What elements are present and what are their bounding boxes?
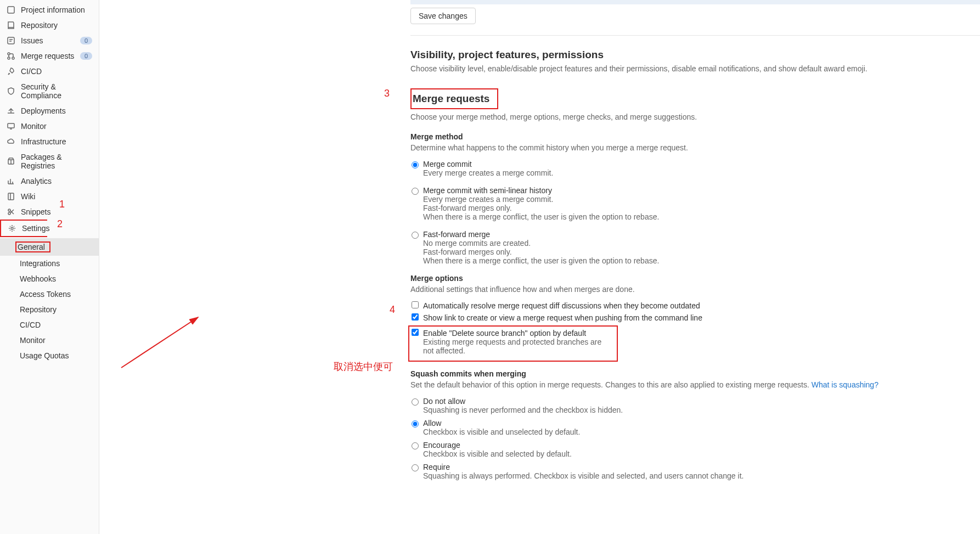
chart-icon [7,177,15,186]
squash-desc-text: Set the default behavior of this option … [410,380,812,389]
option-label: Merge commit with semi-linear history [423,186,659,195]
merge-option-row[interactable]: Automatically resolve merge request diff… [412,301,980,310]
squash-option[interactable]: RequireSquashing is always performed. Ch… [410,463,980,480]
annotation-text: 取消选中便可 [334,360,393,373]
squash-option[interactable]: Do not allowSquashing is never performed… [410,397,980,414]
merge-option-row[interactable]: Enable "Delete source branch" option by … [412,329,612,355]
radio-semi-linear[interactable] [412,188,419,195]
sidebar-sub-general[interactable]: General [0,238,99,256]
option-label: Show link to create or view a merge requ… [423,313,702,322]
sidebar-item-deployments[interactable]: Deployments [0,103,99,119]
info-icon [7,5,15,14]
sidebar-item-analytics[interactable]: Analytics [0,173,99,189]
radio-merge-commit[interactable] [412,161,419,168]
what-is-squashing-link[interactable]: What is squashing? [812,380,878,389]
sidebar-item-settings[interactable]: Settings [0,220,47,237]
deploy-icon [7,106,15,115]
sidebar-item-snippets[interactable]: Snippets [0,204,99,220]
merge-options-title: Merge options [410,274,980,283]
sidebar-sub-monitor[interactable]: Monitor [0,333,99,348]
annotation-arrow [116,307,204,373]
merge-method-option[interactable]: Merge commit with semi-linear historyEve… [410,186,980,221]
sidebar-item-label: Project information [21,5,92,14]
option-label: Require [423,463,744,471]
rocket-icon [7,67,15,76]
svg-rect-1 [8,37,14,44]
sidebar-item-label: Merge requests [21,52,75,60]
svg-point-10 [11,227,13,229]
merge-requests-title: Merge requests [413,93,489,104]
badge: 0 [80,52,92,60]
annotation-2: 2 [57,218,63,230]
sidebar-item-label: Infrastructure [21,137,92,146]
save-button[interactable]: Save changes [410,8,476,24]
radio-require[interactable] [412,464,419,471]
svg-point-8 [8,209,10,211]
sidebar-item-wiki[interactable]: Wiki [0,189,99,204]
radio-do-not-allow[interactable] [412,398,419,406]
annotation-4: 4 [390,304,395,316]
option-sub: Every merge creates a merge commit. [423,168,553,177]
option-sub: No merge commits are created. [423,239,659,248]
option-label: Merge commit [423,160,553,168]
annotation-3: 3 [384,88,390,99]
sidebar-item-label: Deployments [21,106,92,115]
sidebar-sub-label: CI/CD [20,321,41,329]
svg-rect-0 [8,7,14,13]
scissors-icon [7,207,15,216]
sidebar-item-security[interactable]: Security & Compliance [0,79,99,103]
merge-requests-desc: Choose your merge method, merge options,… [410,113,980,121]
sidebar-sub-usage-quotas[interactable]: Usage Quotas [0,348,99,363]
sidebar-item-label: Analytics [21,177,92,186]
sidebar-sub-label: Access Tokens [20,290,71,299]
sidebar: Project information Repository Issues0 M… [0,0,99,534]
sidebar-item-cicd[interactable]: CI/CD [0,64,99,79]
option-sub: Checkbox is visible and selected by defa… [423,449,572,458]
svg-line-11 [121,317,198,368]
sidebar-item-label: Repository [21,21,92,30]
squash-option[interactable]: EncourageCheckbox is visible and selecte… [410,441,980,458]
sidebar-item-monitor[interactable]: Monitor [0,119,99,134]
option-sub: When there is a merge conflict, the user… [423,212,659,221]
book-icon [7,192,15,201]
sidebar-item-infrastructure[interactable]: Infrastructure [0,134,99,149]
shield-icon [7,87,15,95]
checkbox-delete-source-branch[interactable] [412,329,419,336]
visibility-title: Visibility, project features, permission… [410,49,980,61]
sidebar-sub-access-tokens[interactable]: Access Tokens [0,286,99,302]
squash-option[interactable]: AllowCheckbox is visible and unselected … [410,419,980,436]
svg-rect-5 [8,123,14,128]
cloud-icon [7,137,15,146]
merge-method-option[interactable]: Fast-forward mergeNo merge commits are c… [410,230,980,265]
radio-allow[interactable] [412,420,419,428]
repo-icon [7,21,15,30]
issues-icon [7,36,15,45]
sidebar-item-project-information[interactable]: Project information [0,2,99,18]
sidebar-sub-webhooks[interactable]: Webhooks [0,271,99,286]
merge-method-desc: Determine what happens to the commit his… [410,143,980,152]
checkbox-auto-resolve[interactable] [412,301,419,308]
radio-encourage[interactable] [412,442,419,449]
sidebar-item-label: Snippets [21,207,92,216]
sidebar-item-merge-requests[interactable]: Merge requests0 [0,48,99,64]
svg-point-9 [8,212,10,215]
badge: 0 [80,37,92,44]
sidebar-sub-integrations[interactable]: Integrations [0,256,99,271]
sidebar-sub-repository[interactable]: Repository [0,302,99,317]
sidebar-item-repository[interactable]: Repository [0,18,99,33]
sidebar-sub-label: Repository [20,305,57,314]
sidebar-item-label: Issues [21,36,75,45]
sidebar-item-packages[interactable]: Packages & Registries [0,149,99,173]
monitor-icon [7,122,15,131]
merge-method-option[interactable]: Merge commitEvery merge creates a merge … [410,160,980,177]
merge-option-row[interactable]: Show link to create or view a merge requ… [412,313,980,322]
checkbox-show-link[interactable] [412,313,419,321]
radio-fast-forward[interactable] [412,232,419,239]
sidebar-item-label: Security & Compliance [21,82,92,100]
option-sub: Existing merge requests and protected br… [423,338,612,355]
sidebar-sub-cicd[interactable]: CI/CD [0,317,99,333]
option-sub: Every merge creates a merge commit. [423,195,659,204]
sidebar-item-label: Wiki [21,192,92,201]
merge-method-title: Merge method [410,132,980,141]
sidebar-item-issues[interactable]: Issues0 [0,33,99,48]
